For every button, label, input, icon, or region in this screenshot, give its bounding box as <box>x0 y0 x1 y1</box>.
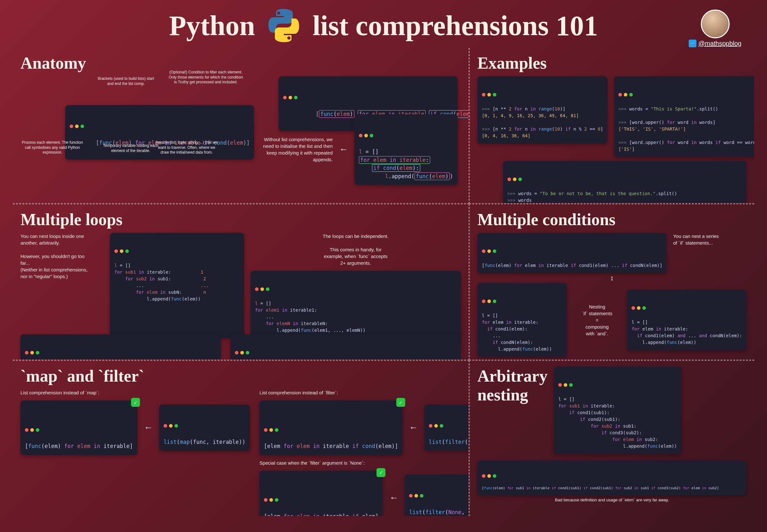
code-example-1: >>> [n ** 2 for n in range(10)] [0, 1, 4… <box>477 76 608 144</box>
code-none-fn: list(filter(None, iterable)) <box>405 475 469 516</box>
twitter-icon[interactable]: 🐦 <box>689 40 696 47</box>
section-examples: Examples >>> [n ** 2 for n in range(10)]… <box>469 48 754 204</box>
code-mloops-flat-indep: [func(elem1, ..., elemN) for elem1 in it… <box>231 334 461 360</box>
code-arbnest-imperative: l = [] for sub1 in iterable: if cond1(su… <box>554 367 681 454</box>
check-icon: ✓ <box>131 398 140 407</box>
code-mloops-nested: l = [] for sub1 in iterable: 1 for sub2 … <box>110 233 244 338</box>
section-arbitrary-nesting: Arbitrary nesting l = [] for sub1 in ite… <box>469 360 754 516</box>
twitter-handle-link[interactable]: @mathsppblog <box>698 40 741 47</box>
heading-examples: Examples <box>477 54 747 72</box>
check-icon: ✓ <box>396 398 405 407</box>
code-mloops-flat-nested: [func(elem) for sub1 in iterable for sub… <box>20 334 221 360</box>
python-logo-icon <box>265 6 303 45</box>
anno-iterable: Iterable (list, tuple, string, ...) that… <box>155 140 219 155</box>
caption-filter: List comprehension instead of `filter`: <box>260 389 469 396</box>
code-arbnest-lc: [func(elem) for sub1 in iterable if cond… <box>477 460 747 495</box>
avatar <box>701 10 730 38</box>
code-mcond-top: [func(elem) for elem in iterable if cond… <box>477 233 667 273</box>
code-map-lc: ✓ [func(elem) for elem in iterable] <box>20 400 137 455</box>
code-mcond-left: l = [] for elem in iterable: if cond1(el… <box>477 283 567 357</box>
heading-arbnest: Arbitrary nesting <box>477 367 547 450</box>
caption-nest: You can nest loops inside one another, a… <box>20 233 103 338</box>
section-map-filter: `map` and `filter` List comprehension in… <box>13 360 469 516</box>
code-example-2: >>> words = "This is Sparta!".split() >>… <box>614 76 754 157</box>
caption-indep: The loops can be independent. This comes… <box>251 233 461 266</box>
code-anatomy-imperative: l = [] for elem in iterable: if cond(ele… <box>354 114 458 185</box>
heading-mapfilter: `map` and `filter` <box>20 367 461 385</box>
code-example-3: >>> words = "To be or not to be, that is… <box>503 161 747 204</box>
code-mloops-indep: l = [] for elem1 in iterable1: ... for e… <box>251 271 461 338</box>
arrow-icon: ← <box>339 144 348 155</box>
caption-map: List comprehension instead of `map`: <box>20 389 250 396</box>
heading-mcond: Multiple conditions <box>477 210 747 229</box>
heading-mloops: Multiple loops <box>20 210 461 229</box>
section-multiple-loops: Multiple loops You can nest loops inside… <box>13 204 469 360</box>
code-map-fn: list(map(func, iterable)) <box>159 405 250 451</box>
caption-noLC: Without list comprehensions, we need to … <box>262 136 333 163</box>
code-none-lc: ✓ [elem for elem in iterable if elem] <box>260 471 383 516</box>
caption-mcond-top: You can nest a series of `if` statements… <box>673 233 719 246</box>
caption-bad: Bad because definition and usage of `ele… <box>477 497 747 503</box>
arrow-icon: ← <box>389 493 398 503</box>
code-mcond-right: l = [] for elem in iterable: if cond1(el… <box>627 290 747 350</box>
anno-optional: (Optional!) Condition to filter each ele… <box>167 70 244 85</box>
code-filter-fn: list(filter(cond, iterable)) <box>424 405 469 451</box>
header: Python list comprehensions 101 🐦 @mathsp… <box>13 6 754 45</box>
title-left: Python <box>169 10 255 42</box>
check-icon: ✓ <box>376 468 385 477</box>
section-multiple-conditions: Multiple conditions [func(elem) for elem… <box>469 204 754 360</box>
anno-brackets: Brackets (used to build lists) start and… <box>94 76 158 86</box>
caption-mcond-mid: Nesting `if` statements = composing with… <box>571 303 623 337</box>
author-box: 🐦 @mathsppblog <box>689 10 741 47</box>
code-filter-lc: ✓ [elem for elem in iterable if cond(ele… <box>260 400 403 455</box>
anno-process: Process each element. The function call … <box>20 140 84 155</box>
arrow-icon: ← <box>409 422 418 433</box>
anno-temp: Temporary variable holding each element … <box>97 143 164 153</box>
updown-arrow-icon: ↕ <box>477 274 747 282</box>
section-anatomy: Anatomy Brackets (used to build lists) s… <box>13 48 469 204</box>
title-right: list comprehensions 101 <box>313 10 598 42</box>
updown-arrow-icon: ↕ <box>477 358 747 360</box>
arrow-icon: ← <box>144 422 153 433</box>
caption-none: Special case when the `filter` argument … <box>260 460 469 466</box>
content-grid: Anatomy Brackets (used to build lists) s… <box>13 48 754 516</box>
